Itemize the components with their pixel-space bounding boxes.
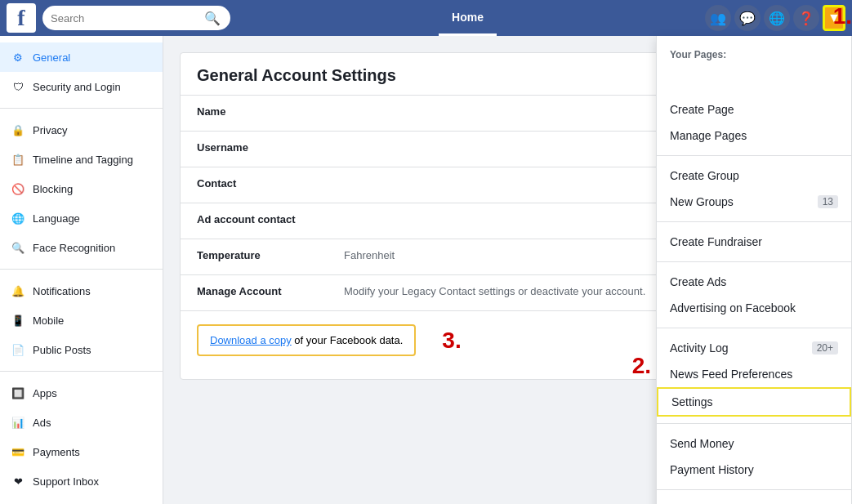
- sidebar-divider-1: [0, 108, 163, 109]
- sidebar-item-support[interactable]: ❤ Support Inbox: [0, 466, 163, 496]
- dropdown-payment-history[interactable]: Payment History: [657, 457, 851, 483]
- sidebar-label-language: Language: [33, 212, 80, 225]
- sidebar-item-timeline[interactable]: 📋 Timeline and Tagging: [0, 145, 163, 174]
- dropdown-create-fundraiser[interactable]: Create Fundraiser: [657, 229, 851, 255]
- dropdown-groups-section: Create Group New Groups 13: [657, 156, 851, 222]
- step-3-label: 3.: [442, 328, 461, 354]
- sidebar-item-general[interactable]: ⚙ General: [0, 42, 163, 72]
- help-icon-btn[interactable]: ❓: [793, 5, 819, 31]
- sidebar-label-general: General: [33, 51, 70, 64]
- payments-icon: 💳: [10, 444, 26, 460]
- general-icon: ⚙: [10, 49, 26, 65]
- search-box[interactable]: 🔍: [42, 6, 230, 30]
- globe-icon-btn[interactable]: 🌐: [764, 5, 790, 31]
- sidebar-item-apps[interactable]: 🔲 Apps: [0, 378, 163, 408]
- sidebar-label-timeline: Timeline and Tagging: [33, 154, 133, 166]
- security-icon: 🛡: [10, 78, 26, 95]
- fb-logo-letter: f: [17, 5, 25, 31]
- apps-icon: 🔲: [10, 385, 26, 401]
- sidebar-item-language[interactable]: 🌐 Language: [0, 203, 163, 233]
- top-navigation: f 🔍 Home 👥 💬 🌐 ❓ ▼: [0, 0, 852, 36]
- sidebar-item-payments[interactable]: 💳 Payments: [0, 437, 163, 466]
- sidebar-item-face[interactable]: 🔍 Face Recognition: [0, 233, 163, 262]
- sidebar-item-security[interactable]: 🛡 Security and Login: [0, 72, 163, 101]
- search-input[interactable]: [51, 12, 203, 25]
- sidebar-label-publicposts: Public Posts: [33, 344, 91, 356]
- sidebar-label-mobile: Mobile: [33, 314, 64, 327]
- dropdown-logout-section: Log Out: [657, 490, 851, 504]
- label-temperature: Temperature: [197, 249, 344, 261]
- sidebar-label-ads: Ads: [33, 417, 51, 429]
- sidebar-label-notifications: Notifications: [33, 285, 91, 297]
- sidebar-item-ads[interactable]: 📊 Ads: [0, 408, 163, 437]
- notifications-icon: 🔔: [10, 283, 26, 299]
- sidebar-divider-2: [0, 269, 163, 270]
- dropdown-manage-pages[interactable]: Manage Pages: [657, 123, 851, 149]
- sidebar-item-blocking[interactable]: 🚫 Blocking: [0, 174, 163, 203]
- timeline-icon: 📋: [10, 151, 26, 167]
- search-button[interactable]: 🔍: [203, 11, 222, 26]
- sidebar-item-publicposts[interactable]: 📄 Public Posts: [0, 335, 163, 364]
- label-adcontact: Ad account contact: [197, 213, 344, 225]
- topnav-center: Home: [230, 0, 705, 36]
- topnav-right-icons: 👥 💬 🌐 ❓ ▼: [705, 5, 845, 31]
- support-icon: ❤: [10, 473, 26, 489]
- value-temperature: Fahrenheit: [344, 249, 395, 261]
- dropdown-create-ads[interactable]: Create Ads: [657, 269, 851, 295]
- label-name: Name: [197, 105, 344, 118]
- sidebar: ⚙ General 🛡 Security and Login 🔒 Privacy…: [0, 36, 163, 504]
- activity-log-badge: 20+: [812, 341, 838, 355]
- sidebar-label-apps: Apps: [33, 387, 57, 399]
- value-manage: Modify your Legacy Contact settings or d…: [344, 285, 645, 297]
- dropdown-logout[interactable]: Log Out: [657, 497, 851, 504]
- dropdown-pages-section: Your Pages: Create Page Manage Pages: [657, 36, 851, 156]
- download-suffix: of your Facebook data.: [292, 334, 404, 346]
- sidebar-label-blocking: Blocking: [33, 183, 73, 195]
- publicposts-icon: 📄: [10, 341, 26, 358]
- dropdown-settings[interactable]: Settings: [657, 387, 851, 417]
- privacy-icon: 🔒: [10, 122, 26, 138]
- dropdown-menu: Your Pages: Create Page Manage Pages Cre…: [656, 36, 852, 504]
- dropdown-activity-log[interactable]: Activity Log 20+: [657, 335, 851, 361]
- dropdown-create-page[interactable]: Create Page: [657, 96, 851, 123]
- download-link[interactable]: Download a copy: [210, 334, 292, 346]
- ads-icon: 📊: [10, 414, 26, 430]
- sidebar-divider-3: [0, 371, 163, 372]
- home-link[interactable]: Home: [439, 0, 497, 36]
- face-icon: 🔍: [10, 239, 26, 256]
- sidebar-label-face: Face Recognition: [33, 242, 115, 254]
- dropdown-pages-header: Your Pages:: [657, 42, 851, 64]
- messenger-icon-btn[interactable]: 💬: [734, 5, 761, 31]
- sidebar-label-security: Security and Login: [33, 81, 121, 93]
- facebook-logo: f: [7, 3, 36, 33]
- dropdown-create-group[interactable]: Create Group: [657, 163, 851, 189]
- dropdown-new-groups-label: New Groups: [670, 195, 734, 208]
- step-2-label: 2.: [632, 353, 651, 379]
- activity-log-label: Activity Log: [670, 341, 729, 355]
- dropdown-money-section: Send Money Payment History: [657, 424, 851, 490]
- dropdown-activity-section: Activity Log 20+ News Feed Preferences S…: [657, 328, 851, 424]
- label-manage: Manage Account: [197, 285, 344, 297]
- label-username: Username: [197, 141, 344, 154]
- dropdown-send-money[interactable]: Send Money: [657, 430, 851, 457]
- sidebar-item-privacy[interactable]: 🔒 Privacy: [0, 115, 163, 145]
- dropdown-advertising[interactable]: Advertising on Facebook: [657, 295, 851, 321]
- download-box[interactable]: Download a copy of your Facebook data.: [197, 324, 416, 356]
- dropdown-fundraiser-section: Create Fundraiser: [657, 222, 851, 262]
- dropdown-ads-section: Create Ads Advertising on Facebook: [657, 262, 851, 328]
- mobile-icon: 📱: [10, 312, 26, 328]
- dropdown-new-groups[interactable]: New Groups 13: [657, 189, 851, 215]
- sidebar-label-support: Support Inbox: [33, 475, 99, 488]
- sidebar-item-videos[interactable]: 📷 Videos: [0, 496, 163, 504]
- sidebar-label-privacy: Privacy: [33, 124, 68, 136]
- sidebar-label-payments: Payments: [33, 446, 80, 458]
- sidebar-item-notifications[interactable]: 🔔 Notifications: [0, 276, 163, 306]
- new-groups-badge: 13: [818, 195, 838, 208]
- dropdown-news-feed[interactable]: News Feed Preferences: [657, 361, 851, 387]
- blocking-icon: 🚫: [10, 181, 26, 197]
- sidebar-item-mobile[interactable]: 📱 Mobile: [0, 306, 163, 335]
- step-1-label: 1.: [833, 3, 852, 29]
- label-contact: Contact: [197, 177, 344, 190]
- language-icon: 🌐: [10, 210, 26, 226]
- friends-icon-btn[interactable]: 👥: [705, 5, 731, 31]
